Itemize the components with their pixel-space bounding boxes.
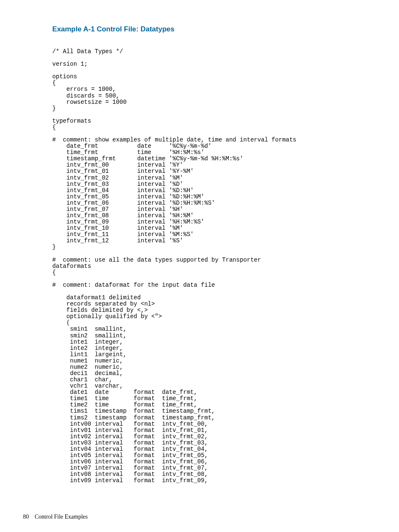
footer-section-title: Control File Examples <box>35 514 88 520</box>
page: Example A-1 Control File: Datatypes /* A… <box>0 0 399 532</box>
code-block: /* All Data Types */ version 1; options … <box>52 49 370 484</box>
page-number: 80 <box>23 514 29 520</box>
example-heading: Example A-1 Control File: Datatypes <box>52 25 370 33</box>
page-footer: 80Control File Examples <box>23 514 88 520</box>
